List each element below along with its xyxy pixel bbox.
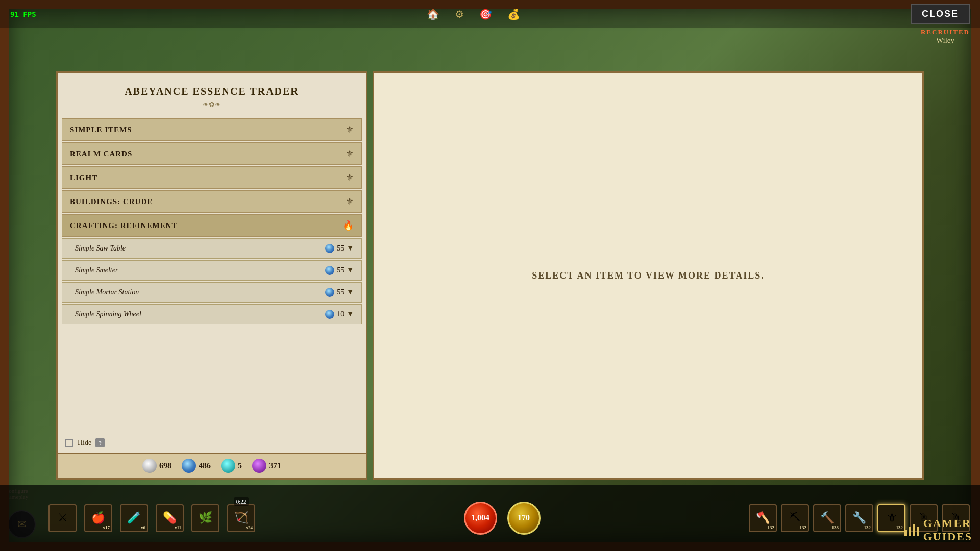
top-bar: 91 FPS 🏠 ⚙ 🎯 💰 CLOSE [0,0,980,28]
category-simple-items-label: SIMPLE ITEMS [70,126,132,134]
gamer-guides-logo: GAMERGUIDES [904,517,972,543]
category-realm-cards[interactable]: REALM CARDS ⚜ [62,142,362,165]
hotbar-icon-r2: ⛏ [790,511,801,524]
category-simple-items-icon: ⚜ [346,124,354,135]
hotbar-icon-r3: 🔨 [820,511,834,524]
currency-purple: 371 [252,459,281,473]
hotbar-right: 🪓 132 ⛏ 132 🔨 138 🔧 132 🗡 132 🖱 🖱 [749,504,970,532]
hotbar-icon-r4: 🔧 [852,511,866,524]
item-simple-mortar-station-expand[interactable]: ▼ [347,288,354,296]
item-simple-mortar-station[interactable]: Simple Mortar Station 55 ▼ [62,282,362,303]
category-light-icon: ⚜ [346,172,354,183]
gg-bar-2 [909,527,911,536]
hotbar-slot-1[interactable]: ⚔ [48,504,77,532]
mana-value: 170 [518,513,530,522]
hotbar-slot-r1[interactable]: 🪓 132 [749,504,777,532]
hide-help[interactable]: ? [95,438,105,447]
hotbar-slot-r4[interactable]: 🔧 132 [845,504,873,532]
currency-blue-icon [182,459,196,473]
health-orb: 1,004 [464,502,497,535]
nav-icon-2[interactable]: 🎯 [479,8,492,20]
item-simple-spinning-wheel-expand[interactable]: ▼ [347,310,354,318]
gg-bar-4 [917,527,919,536]
item-simple-smelter-amount: 55 [337,266,344,274]
gg-bar-3 [913,524,915,536]
hotbar-icon-r5: 🗡 [886,511,897,524]
hotbar-slot-r2[interactable]: ⛏ 132 [781,504,809,532]
fps-counter: 91 FPS [10,10,36,18]
item-simple-spinning-wheel-amount: 10 [337,310,344,318]
hide-checkbox[interactable] [65,439,74,447]
hotbar-left: ⚔ 🍎 x17 🧪 x6 💊 x11 🌿 🏹 x24 0:22 [10,504,255,532]
category-crafting-refinement[interactable]: CRAFTING: REFINEMENT 🔥 [62,214,362,237]
currency-purple-amount: 371 [269,461,281,470]
hotbar-icon-3: 🧪 [127,511,141,524]
currency-teal-amount: 5 [238,461,242,470]
essence-icon-1 [325,244,334,253]
recruited-banner: RECRUITED Wiley [921,28,970,45]
item-simple-saw-table-cost: 55 ▼ [325,244,354,253]
item-simple-saw-table[interactable]: Simple Saw Table 55 ▼ [62,238,362,259]
hotbar-icon-6: 🏹 [234,511,248,524]
category-buildings-crude-label: BUILDINGS: CRUDE [70,197,153,206]
hotbar-slot-r3[interactable]: 🔨 138 [813,504,841,532]
coin-icon[interactable]: 💰 [507,8,520,20]
currency-blue: 486 [182,459,211,473]
trader-title: ABEYANCE ESSENCE TRADER [68,86,356,97]
item-simple-mortar-station-amount: 55 [337,288,344,296]
hotbar-slot-r5[interactable]: 🗡 132 [877,504,905,532]
item-simple-smelter[interactable]: Simple Smelter 55 ▼ [62,260,362,281]
currency-purple-icon [252,459,266,473]
hotbar-count-6: x24 [246,525,253,530]
currency-blue-amount: 486 [199,461,211,470]
hotbar-icon-4: 💊 [163,511,177,524]
trader-header: ABEYANCE ESSENCE TRADER ❧✿❧ [58,73,366,114]
hotbar-slot-3[interactable]: 🧪 x6 [120,504,148,532]
categories-list: SIMPLE ITEMS ⚜ REALM CARDS ⚜ LIGHT ⚜ BUI… [58,114,366,433]
item-simple-saw-table-expand[interactable]: ▼ [347,244,354,253]
mana-orb: 170 [507,502,541,535]
item-simple-spinning-wheel-cost: 10 ▼ [325,310,354,319]
hotbar-count-2: x17 [103,525,110,530]
hotbar-center: 1,004 170 [464,502,541,535]
category-buildings-crude[interactable]: BUILDINGS: CRUDE ⚜ [62,190,362,213]
currency-white-icon [142,459,157,473]
hotbar-count-4: x11 [175,525,181,530]
item-simple-mortar-station-label: Simple Mortar Station [75,288,139,296]
recruited-label: RECRUITED [921,28,970,36]
health-value: 1,004 [471,513,489,522]
hotbar-slot-4[interactable]: 💊 x11 [156,504,184,532]
home-icon[interactable]: 🏠 [427,8,439,20]
hotbar-icon-2: 🍎 [91,511,105,524]
item-simple-smelter-cost: 55 ▼ [325,266,354,275]
currency-teal-icon [221,459,235,473]
hotbar-slot-6[interactable]: 🏹 x24 0:22 [227,504,255,532]
hotbar-slot-5[interactable]: 🌿 [191,504,219,532]
category-light[interactable]: LIGHT ⚜ [62,166,362,189]
nav-icon-1[interactable]: ⚙ [455,8,464,20]
gg-bar-1 [904,530,907,536]
category-simple-items[interactable]: SIMPLE ITEMS ⚜ [62,118,362,141]
hide-row: Hide ? [58,433,366,453]
item-simple-saw-table-label: Simple Saw Table [75,244,126,253]
currency-white-amount: 698 [159,461,172,470]
hotbar: ⚔ 🍎 x17 🧪 x6 💊 x11 🌿 🏹 x24 0:22 1,004 17… [0,485,980,551]
close-button[interactable]: CLOSE [911,4,970,24]
top-icons: 🏠 ⚙ 🎯 💰 [427,8,520,20]
hotbar-count-r2: 132 [800,525,807,530]
hotbar-count-r3: 138 [832,525,839,530]
item-simple-smelter-expand[interactable]: ▼ [347,266,354,274]
right-panel: SELECT AN ITEM TO VIEW MORE DETAILS. [373,71,924,480]
hotbar-slot-2[interactable]: 🍎 x17 [84,504,112,532]
item-simple-spinning-wheel[interactable]: Simple Spinning Wheel 10 ▼ [62,304,362,324]
item-simple-smelter-label: Simple Smelter [75,266,118,274]
hotbar-icon-r1: 🪓 [756,511,770,524]
decorative-divider: ❧✿❧ [68,100,356,109]
essence-icon-3 [325,288,334,297]
essence-icon-2 [325,266,334,275]
essence-icon-4 [325,310,334,319]
currency-bar: 698 486 5 371 [58,453,366,478]
hotbar-count-3: x6 [141,525,145,530]
item-simple-spinning-wheel-label: Simple Spinning Wheel [75,310,141,318]
currency-white: 698 [142,459,172,473]
